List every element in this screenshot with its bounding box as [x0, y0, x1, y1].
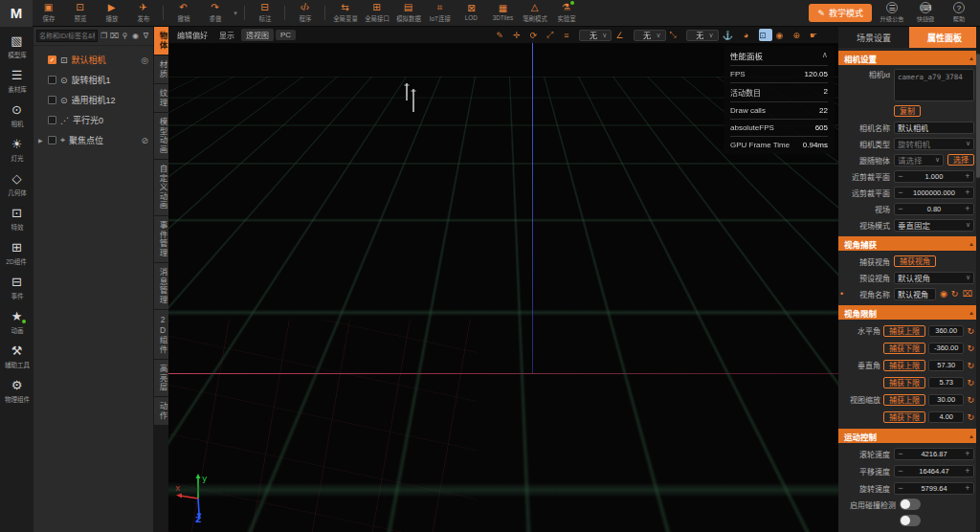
capture-limit-button[interactable]: 捕获上限 [883, 394, 925, 406]
limit-value-field[interactable]: 30.00 [928, 394, 964, 406]
decrement-button[interactable]: − [895, 466, 906, 476]
far-plane-value[interactable]: 1000000.000 [906, 188, 962, 197]
section-motion-control[interactable]: 运动控制 ▲ [838, 429, 980, 443]
increment-button[interactable]: + [962, 483, 973, 493]
viewport-tool-button[interactable]: ⤡ [670, 29, 682, 41]
capture-limit-button[interactable]: 捕获上限 [883, 360, 925, 371]
fov-value[interactable]: 0.80 [906, 205, 962, 213]
toolbar-button[interactable]: ⊞ 全局接口 [361, 0, 392, 26]
toolbar-button[interactable] [321, 0, 329, 26]
sidebar-item[interactable]: ⊞ 2D组件 [0, 236, 33, 271]
toolbar-button[interactable]: ⊠ LOD [456, 0, 487, 26]
viewport-mode-button[interactable]: 透视图 [241, 29, 274, 41]
help-button[interactable]: ? 帮助 [946, 2, 972, 24]
decrement-button[interactable]: − [895, 449, 906, 458]
toolbar-button[interactable]: ⚗ 实验室 [550, 0, 582, 26]
limit-value-field[interactable]: 360.00 [928, 325, 964, 337]
viewport-tool-button[interactable]: ✎ [497, 29, 510, 41]
sidebar-item[interactable]: ⊟ 事件 [0, 271, 33, 305]
toolbar-button[interactable]: ⊡ 预览 [64, 0, 96, 26]
toolbar-button[interactable]: ▣ 保存 [33, 0, 64, 26]
viewport-tool-button[interactable]: ◉ [776, 29, 790, 41]
limit-value-field[interactable]: -360.00 [928, 343, 964, 354]
vertical-tab[interactable]: 消息管理 [154, 263, 168, 309]
vertical-tab[interactable]: 模型动画 [154, 113, 168, 159]
panel-tab[interactable]: 场景设置 [838, 27, 909, 48]
active-camera-icon[interactable]: ◎ [141, 55, 148, 65]
hidden-icon[interactable]: ⊘ [141, 136, 148, 145]
capture-limit-button[interactable]: 捕获下限 [883, 377, 925, 388]
toolbar-button[interactable]: ▦ 3DTiles [487, 0, 519, 26]
viewport-tool-button[interactable]: ∠ [615, 29, 629, 41]
tree-item-default-camera[interactable]: ✓ ⊡ 默认相机 ◎ [33, 50, 153, 70]
vertical-tab[interactable]: 事件管理 [154, 216, 168, 262]
visibility-icon[interactable]: ◉ [131, 32, 140, 40]
increment-button[interactable]: + [962, 188, 973, 197]
toolbar-button[interactable]: ▤ 模拟数据 [392, 0, 424, 26]
viewport-tool-button[interactable]: ◕ [743, 29, 755, 41]
camera-type-select[interactable]: 旋转相机 ∨ [894, 138, 974, 150]
capture-limit-button[interactable]: 捕获下限 [883, 411, 925, 423]
camera-name-field[interactable] [894, 122, 974, 134]
tree-item-rotate-camera[interactable]: ⊙ 旋转相机1 [33, 70, 153, 90]
copy-icon[interactable]: ❐ [100, 32, 108, 40]
toolbar-button[interactable]: ⌗ IoT连接 [424, 0, 456, 26]
lock-icon[interactable]: ⚲ [121, 32, 129, 40]
scrollbar-thumb[interactable] [976, 54, 980, 178]
viewport-tool-button[interactable]: ≡ [563, 29, 575, 41]
increment-button[interactable]: + [962, 171, 973, 181]
speed-value[interactable]: 5799.64 [906, 484, 962, 493]
select-object-button[interactable]: 选择 [947, 154, 974, 166]
toolbar-button[interactable]: ⊟ 标注 [249, 0, 280, 26]
viewport-tool-button[interactable]: 无 ∨ [579, 30, 612, 41]
vertical-tab[interactable]: 高亮层 [154, 360, 168, 397]
reset-icon[interactable]: ↻ [967, 326, 974, 336]
increment-button[interactable]: + [962, 449, 973, 458]
fov-mode-select[interactable]: 垂直固定 ∨ [894, 219, 974, 232]
delete-icon[interactable]: ⌧ [110, 32, 119, 40]
light-gizmo[interactable] [401, 80, 420, 122]
teach-mode-button[interactable]: ✎ 教学模式 [809, 4, 872, 22]
sidebar-item[interactable]: ★ 动画 [0, 305, 33, 340]
vertical-tab[interactable]: 材质 [154, 55, 168, 83]
filter-icon[interactable]: ∇ [142, 32, 150, 40]
sidebar-item[interactable]: ▧ 模型库 [0, 30, 33, 64]
sidebar-item[interactable]: ☀ 灯光 [0, 133, 33, 167]
viewport-tool-button[interactable]: ✛ [513, 29, 526, 41]
reset-icon[interactable]: ↻ [967, 412, 974, 422]
toolbar-button[interactable]: △ 笔刷模式 [519, 0, 550, 26]
sidebar-item[interactable]: ☰ 素材库 [0, 64, 33, 99]
vertical-tab[interactable]: 纹理 [154, 84, 168, 112]
toolbar-button[interactable] [240, 0, 249, 26]
shortcuts-button[interactable]: ⌨ 快捷键 [912, 2, 939, 24]
increment-button[interactable]: + [962, 466, 973, 476]
toolbar-button[interactable]: ↶ 撤销 [167, 0, 199, 26]
scrollbar-track[interactable] [976, 27, 980, 532]
tree-item-focus-point[interactable]: ▶ ⌖ 聚焦点位 ⊘ [33, 130, 153, 150]
vertical-tab[interactable]: 自定义动画 [154, 160, 168, 215]
panel-tab[interactable]: 属性面板 [909, 27, 980, 48]
toolbar-button[interactable] [159, 0, 167, 26]
eye-icon[interactable]: ◉ [940, 289, 947, 299]
viewport-tool-button[interactable]: 无 ∨ [686, 30, 719, 41]
sidebar-item[interactable]: ⊙ 相机 [0, 99, 33, 133]
section-view-capture[interactable]: 视角捕获 ▲ [838, 236, 980, 251]
limit-value-field[interactable]: 57.30 [928, 360, 964, 371]
follow-object-select[interactable]: 请选择 ∨ [894, 154, 944, 166]
expander-icon[interactable]: ▶ [38, 137, 44, 144]
toolbar-button[interactable]: ▶ 播放 [96, 0, 127, 26]
collapse-icon[interactable]: ∧ [822, 50, 828, 61]
decrement-button[interactable]: − [895, 171, 906, 181]
capture-limit-button[interactable]: 捕获下限 [883, 343, 925, 354]
viewport-mode-button[interactable]: PC [276, 30, 296, 40]
decrement-button[interactable]: − [895, 204, 906, 213]
viewport-tool-button[interactable]: ⊕ [792, 29, 806, 41]
viewport-tool-button[interactable]: ⤢ [546, 29, 559, 41]
capture-limit-button[interactable]: 捕获上限 [883, 325, 925, 337]
toolbar-button[interactable]: ‹/› 程序 [289, 0, 321, 26]
viewport-tool-button[interactable]: ☛ [810, 29, 823, 41]
collision-toggle[interactable] [900, 499, 921, 510]
tree-item-generic-camera[interactable]: ⊙ 通用相机12 [33, 90, 153, 110]
sidebar-item[interactable]: ◇ 几何体 [0, 167, 33, 202]
checkbox-unchecked[interactable] [48, 96, 56, 104]
